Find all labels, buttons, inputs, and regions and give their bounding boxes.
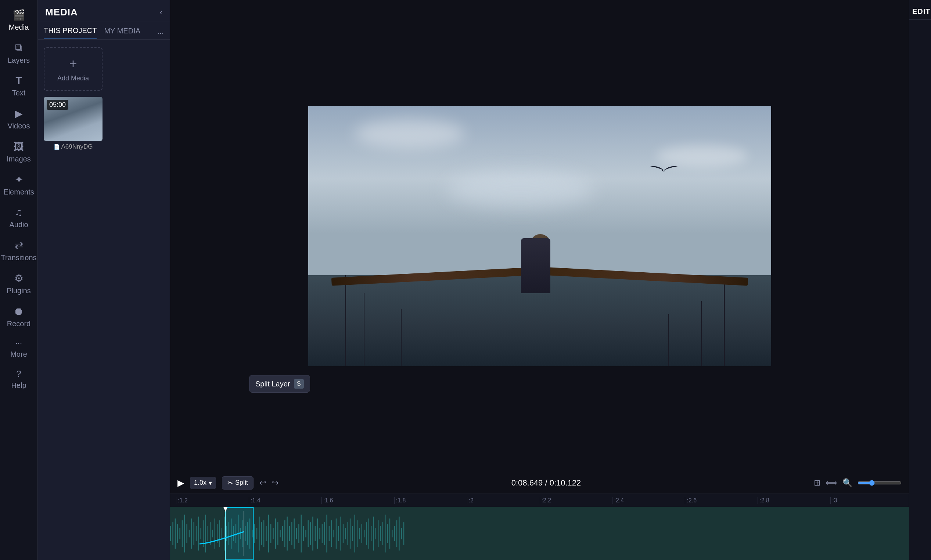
svg-rect-41 — [263, 520, 264, 547]
svg-rect-82 — [359, 528, 360, 540]
mast-5 — [668, 314, 669, 366]
ruler-mark-1: :1.4 — [249, 497, 321, 504]
svg-rect-85 — [366, 522, 367, 545]
svg-rect-43 — [268, 515, 269, 553]
svg-rect-62 — [312, 517, 313, 551]
sidebar-item-more[interactable]: ··· More — [0, 333, 37, 364]
ruler-mark-3: :1.8 — [394, 497, 467, 504]
media-thumbnail[interactable]: 05:00 — [44, 97, 102, 141]
svg-rect-18 — [210, 522, 210, 545]
svg-rect-78 — [350, 518, 350, 549]
sidebar-item-text[interactable]: T Text — [0, 70, 37, 102]
sidebar-item-layers[interactable]: ⧉ Layers — [0, 37, 37, 70]
svg-rect-3 — [175, 518, 176, 549]
svg-rect-5 — [179, 528, 180, 540]
svg-rect-6 — [182, 520, 182, 547]
svg-rect-80 — [355, 515, 355, 553]
svg-rect-93 — [384, 515, 385, 553]
sidebar-item-text-label: Text — [12, 89, 26, 97]
svg-rect-60 — [308, 520, 309, 547]
svg-rect-11 — [193, 522, 194, 545]
svg-rect-64 — [317, 518, 318, 549]
svg-rect-67 — [324, 522, 325, 545]
svg-rect-53 — [291, 522, 292, 545]
svg-rect-1 — [170, 526, 171, 541]
svg-rect-88 — [373, 517, 374, 551]
zoom-slider[interactable] — [857, 480, 902, 486]
waveform-container[interactable] — [170, 507, 909, 560]
zoom-button[interactable]: 🔍 — [843, 478, 852, 488]
tab-my-media[interactable]: MY MEDIA — [104, 27, 140, 39]
sidebar-item-transitions[interactable]: ⇄ Transitions — [0, 234, 37, 267]
sidebar-item-audio-label: Audio — [9, 220, 28, 229]
svg-rect-83 — [361, 524, 362, 543]
media-filename: 📄 A69NnyDG — [54, 143, 93, 151]
sidebar-item-help[interactable]: ? Help — [0, 364, 37, 395]
svg-rect-74 — [340, 517, 341, 551]
svg-rect-92 — [383, 522, 383, 545]
mast-3 — [724, 283, 725, 366]
sidebar-item-plugins[interactable]: ⚙ Plugins — [0, 267, 37, 300]
mast-6 — [401, 309, 401, 366]
speed-selector[interactable]: 1.0x ▾ — [190, 477, 216, 489]
video-scene — [308, 106, 771, 366]
tab-this-project[interactable]: THIS PROJECT — [44, 26, 97, 39]
svg-rect-68 — [326, 515, 327, 553]
svg-rect-50 — [284, 520, 285, 547]
media-panel-collapse-button[interactable]: ‹ — [160, 8, 162, 17]
media-tab-more-icon[interactable]: ··· — [157, 28, 164, 38]
sidebar-item-images[interactable]: 🖼 Images — [0, 135, 37, 168]
sidebar-item-videos-label: Videos — [8, 122, 30, 130]
svg-rect-95 — [389, 518, 390, 549]
svg-rect-2 — [172, 522, 173, 545]
ruler-mark-2: :1.6 — [321, 497, 394, 504]
right-panel: EDIT — [909, 0, 931, 560]
mast-1 — [345, 275, 346, 367]
main-area: Split Layer S ▶ 1.0x ▾ ✂ Split ↩ ↪ 0:08.… — [170, 0, 909, 560]
sidebar-item-audio[interactable]: ♫ Audio — [0, 202, 37, 234]
svg-rect-46 — [275, 518, 276, 549]
layers-icon: ⧉ — [15, 42, 22, 54]
ruler-mark-9: :3 — [830, 497, 903, 504]
split-button[interactable]: ✂ Split — [222, 476, 253, 489]
add-media-button[interactable]: + Add Media — [44, 47, 102, 91]
sidebar-item-record-label: Record — [7, 320, 31, 328]
sidebar-item-images-label: Images — [7, 155, 31, 163]
svg-rect-8 — [186, 524, 187, 543]
svg-rect-70 — [331, 520, 332, 547]
svg-rect-37 — [254, 524, 255, 543]
add-media-label: Add Media — [57, 74, 89, 82]
svg-rect-91 — [380, 526, 381, 541]
svg-rect-86 — [369, 518, 369, 549]
svg-rect-55 — [296, 528, 297, 540]
play-button[interactable]: ▶ — [178, 478, 184, 488]
redo-button[interactable]: ↪ — [272, 478, 278, 488]
svg-rect-49 — [282, 526, 283, 541]
svg-rect-15 — [203, 520, 204, 547]
videos-icon: ▶ — [15, 108, 23, 120]
svg-rect-96 — [392, 530, 392, 538]
svg-rect-94 — [387, 524, 388, 543]
svg-rect-23 — [222, 528, 222, 540]
sidebar-item-videos[interactable]: ▶ Videos — [0, 102, 37, 135]
sidebar-item-record[interactable]: ⏺ Record — [0, 300, 37, 333]
svg-rect-103 — [244, 511, 244, 556]
svg-rect-99 — [398, 517, 399, 551]
preview-container — [170, 0, 909, 472]
svg-rect-101 — [403, 522, 404, 545]
sidebar-item-elements[interactable]: ✦ Elements — [0, 168, 37, 202]
sidebar-item-media[interactable]: 🎬 Media — [0, 4, 37, 37]
undo-button[interactable]: ↩ — [259, 478, 266, 488]
cloud-1 — [355, 119, 465, 148]
fit-to-screen-button[interactable]: ⟺ — [826, 478, 837, 488]
record-icon: ⏺ — [14, 305, 24, 317]
svg-rect-58 — [303, 526, 304, 541]
snap-to-grid-button[interactable]: ⊞ — [814, 478, 820, 488]
svg-rect-21 — [217, 524, 218, 543]
svg-rect-47 — [277, 522, 278, 545]
svg-rect-48 — [279, 530, 280, 538]
timeline-toolbar: ▶ 1.0x ▾ ✂ Split ↩ ↪ 0:08.649 / 0:10.122… — [170, 472, 909, 494]
svg-rect-72 — [336, 518, 337, 549]
audio-icon: ♫ — [15, 207, 23, 218]
svg-rect-7 — [184, 515, 185, 553]
